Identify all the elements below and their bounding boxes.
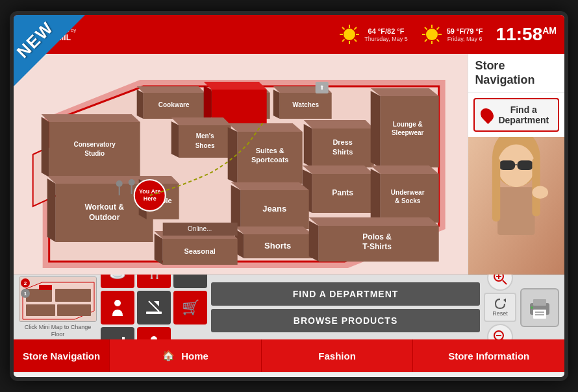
svg-line-18 [436, 27, 439, 30]
svg-text:Studio: Studio [84, 150, 105, 157]
weather-text-1: 64 °F/82 °F Thursday, May 5 [364, 27, 407, 42]
svg-text:Shorts: Shorts [264, 241, 291, 251]
svg-marker-79 [371, 169, 381, 223]
model-image [468, 137, 564, 275]
fashion-nav-button[interactable]: Fashion [261, 339, 413, 372]
svg-text:⬆: ⬆ [320, 84, 325, 91]
svg-marker-62 [42, 114, 140, 122]
svg-point-122 [533, 186, 549, 199]
svg-marker-97 [155, 234, 163, 265]
svg-marker-34 [273, 90, 280, 119]
svg-line-17 [436, 40, 439, 42]
svg-rect-119 [497, 187, 534, 235]
weather-day-1: Thursday, May 5 [364, 36, 407, 42]
reset-button[interactable]: Reset [484, 293, 516, 322]
svg-marker-52 [304, 120, 374, 129]
svg-marker-51 [304, 124, 312, 167]
svg-text:Underwear: Underwear [391, 189, 425, 196]
svg-point-105 [116, 180, 123, 187]
svg-marker-47 [228, 123, 303, 132]
svg-rect-144 [533, 299, 546, 306]
svg-text:Cookware: Cookware [158, 101, 190, 108]
svg-rect-115 [518, 160, 534, 170]
escalator-button[interactable] [137, 291, 171, 325]
svg-marker-139 [503, 299, 506, 302]
find-dept-label: Find a Department [498, 104, 549, 125]
mini-map[interactable]: 2 1 [19, 276, 97, 322]
mini-map-label: Click Mini Map to Change Floor [19, 324, 97, 338]
svg-marker-66 [47, 178, 56, 242]
svg-marker-85 [231, 182, 309, 190]
svg-marker-40 [179, 125, 231, 158]
svg-rect-127 [26, 304, 55, 316]
svg-text:& Socks: & Socks [395, 197, 421, 204]
time-value: 11:58 [496, 24, 543, 44]
svg-rect-128 [57, 304, 91, 316]
home-nav-button[interactable]: 🏠 Home [109, 339, 261, 372]
model-svg [468, 137, 564, 275]
action-buttons: FIND A DEPARTMENT BROWSE PRODUCTS [211, 282, 480, 332]
find-department-action-button[interactable]: FIND A DEPARTMENT [211, 282, 480, 306]
tour-desk-info: Tour Desk: (877) 566-6789 [243, 376, 336, 382]
svg-marker-89 [235, 227, 312, 234]
svg-marker-41 [171, 121, 179, 158]
svg-line-16 [425, 27, 427, 30]
mini-map-container: 2 1 Click Mini Map to Change Floor [19, 276, 97, 338]
toolbar: 2 1 Click Mini Map to Change Floor ☕ 🍴 A… [14, 275, 564, 339]
svg-marker-76 [303, 165, 374, 174]
svg-marker-133 [154, 301, 159, 306]
svg-marker-92 [309, 221, 319, 262]
browse-products-button[interactable]: BROWSE PRODUCTS [211, 309, 480, 332]
pin-icon [478, 106, 496, 124]
person-button[interactable] [101, 291, 134, 325]
kiosk-screen: NEW 22MIL Powered by 22MIL [10, 11, 568, 381]
svg-rect-129 [39, 285, 52, 290]
weather-item-1: 64 °F/82 °F Thursday, May 5 [338, 23, 407, 45]
svg-point-11 [426, 29, 438, 40]
right-panel: Store Navigation Find a Department [468, 54, 564, 275]
svg-marker-42 [171, 117, 231, 125]
svg-marker-93 [309, 217, 439, 226]
svg-text:Here: Here [144, 195, 157, 202]
svg-rect-120 [492, 158, 500, 221]
svg-point-130 [114, 300, 121, 306]
svg-marker-27 [137, 86, 205, 93]
svg-text:Sportcoats: Sportcoats [251, 156, 288, 164]
svg-text:Shirts: Shirts [333, 148, 353, 156]
store-nav-header: Store Navigation [468, 54, 564, 93]
find-department-button[interactable]: Find a Department [473, 98, 559, 132]
svg-marker-39 [204, 82, 267, 90]
svg-text:Conservatory: Conservatory [73, 141, 116, 148]
sun-icon-1 [338, 23, 360, 45]
time-ampm: AM [542, 25, 557, 36]
svg-text:Lounge &: Lounge & [393, 121, 423, 128]
svg-text:Pants: Pants [332, 188, 353, 197]
time-display: 11:58AM [496, 24, 557, 45]
svg-marker-26 [137, 90, 144, 119]
printer-button[interactable] [520, 288, 559, 327]
svg-text:Outdoor: Outdoor [89, 213, 120, 222]
svg-text:T-Shirts: T-Shirts [362, 242, 392, 251]
svg-line-7 [342, 27, 345, 30]
zoom-controls: Reset [484, 265, 516, 350]
svg-text:Polos &: Polos & [362, 232, 392, 241]
home-icon: 🏠 [162, 350, 175, 361]
svg-line-8 [355, 40, 357, 42]
svg-text:Shoes: Shoes [195, 142, 215, 149]
svg-rect-146 [535, 312, 544, 313]
svg-line-19 [425, 40, 427, 42]
svg-text:Suites &: Suites & [256, 147, 284, 154]
svg-marker-67 [47, 176, 153, 184]
svg-rect-147 [535, 314, 544, 315]
store-info-label: Store Information [448, 350, 529, 361]
store-info-nav-button[interactable]: Store Information [412, 339, 564, 372]
svg-text:Sleepwear: Sleepwear [392, 129, 424, 136]
cart-button[interactable]: 🛒 [173, 291, 207, 325]
status-bar: Tour Desk: (877) 566-6789 [14, 372, 564, 381]
svg-marker-57 [371, 88, 439, 96]
bottom-nav: Store Navigation 🏠 Home Fashion Store In… [14, 339, 564, 372]
header: 22MIL Powered by 22MIL [14, 15, 564, 54]
weather-temp-2: 59 °F/79 °F [447, 27, 483, 36]
svg-point-107 [129, 179, 135, 186]
weather-item-2: 59 °F/79 °F Friday, May 6 [421, 23, 483, 45]
